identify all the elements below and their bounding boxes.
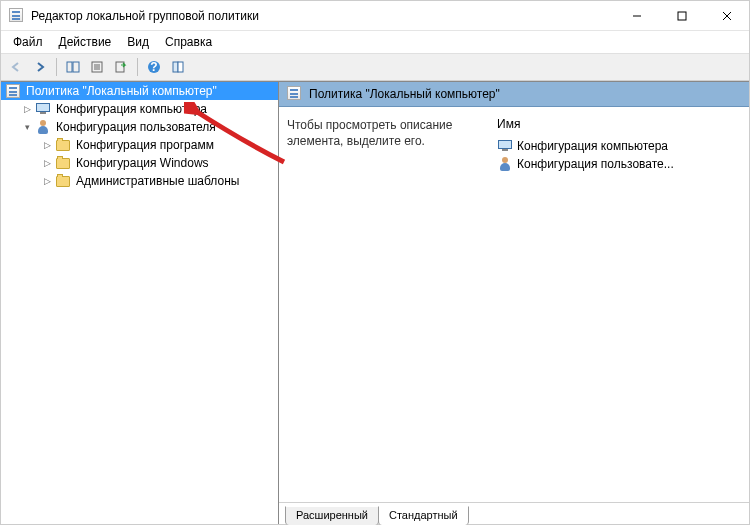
tree-root-policy[interactable]: Политика "Локальный компьютер" — [1, 82, 278, 100]
user-icon — [497, 156, 513, 172]
menu-action[interactable]: Действие — [51, 33, 120, 51]
folder-icon — [55, 137, 71, 153]
properties-button[interactable] — [86, 56, 108, 78]
list-item-computer-config[interactable]: Конфигурация компьютера — [495, 137, 741, 155]
export-button[interactable] — [110, 56, 132, 78]
tree-user-config[interactable]: ▾ Конфигурация пользователя — [1, 118, 278, 136]
svg-rect-1 — [678, 12, 686, 20]
main-body: Чтобы просмотреть описание элемента, выд… — [279, 107, 749, 502]
user-icon — [35, 119, 51, 135]
main-header-title: Политика "Локальный компьютер" — [309, 87, 500, 101]
description-column: Чтобы просмотреть описание элемента, выд… — [287, 117, 487, 502]
nav-forward-button[interactable] — [29, 56, 51, 78]
policy-icon — [287, 86, 303, 102]
tree-pane[interactable]: Политика "Локальный компьютер" ▷ Конфигу… — [1, 82, 279, 524]
gpedit-window: Редактор локальной групповой политики Фа… — [0, 0, 750, 525]
main-pane: Политика "Локальный компьютер" Чтобы про… — [279, 82, 749, 524]
tree-node-label: Административные шаблоны — [74, 173, 241, 189]
nav-back-button[interactable] — [5, 56, 27, 78]
app-icon — [9, 8, 25, 24]
tree-node-label: Конфигурация компьютера — [54, 101, 209, 117]
help-button[interactable]: ? — [143, 56, 165, 78]
svg-rect-5 — [73, 62, 79, 72]
computer-icon — [35, 101, 51, 117]
content-area: Политика "Локальный компьютер" ▷ Конфигу… — [1, 81, 749, 524]
close-button[interactable] — [704, 1, 749, 30]
tab-extended[interactable]: Расширенный — [285, 506, 379, 525]
menu-file[interactable]: Файл — [5, 33, 51, 51]
bottom-tabs: Расширенный Стандартный — [279, 502, 749, 524]
menubar: Файл Действие Вид Справка — [1, 31, 749, 53]
folder-icon — [55, 173, 71, 189]
show-hide-tree-button[interactable] — [62, 56, 84, 78]
tab-standard[interactable]: Стандартный — [378, 506, 469, 525]
tree-node-label: Конфигурация программ — [74, 137, 216, 153]
tree-computer-config[interactable]: ▷ Конфигурация компьютера — [1, 100, 278, 118]
main-header: Политика "Локальный компьютер" — [279, 82, 749, 107]
toolbar-separator — [56, 58, 57, 76]
collapse-icon[interactable]: ▾ — [21, 121, 33, 133]
expand-icon[interactable]: ▷ — [41, 139, 53, 151]
list-item-label: Конфигурация компьютера — [517, 139, 668, 153]
tree-node-label: Конфигурация пользователя — [54, 119, 218, 135]
svg-text:?: ? — [150, 60, 157, 74]
svg-rect-13 — [173, 62, 178, 72]
menu-view[interactable]: Вид — [119, 33, 157, 51]
folder-icon — [55, 155, 71, 171]
description-text: Чтобы просмотреть описание элемента, выд… — [287, 117, 487, 149]
window-title: Редактор локальной групповой политики — [31, 9, 614, 23]
tree-root-label: Политика "Локальный компьютер" — [24, 83, 219, 99]
tree-node-label: Конфигурация Windows — [74, 155, 211, 171]
tree-windows-config[interactable]: ▷ Конфигурация Windows — [1, 154, 278, 172]
minimize-button[interactable] — [614, 1, 659, 30]
list-column: Имя Конфигурация компьютера Конфигурация… — [495, 117, 741, 502]
svg-rect-4 — [67, 62, 72, 72]
tree-admin-templates[interactable]: ▷ Административные шаблоны — [1, 172, 278, 190]
titlebar: Редактор локальной групповой политики — [1, 1, 749, 31]
svg-rect-14 — [178, 62, 183, 72]
list-item-label: Конфигурация пользовате... — [517, 157, 674, 171]
expand-icon[interactable]: ▷ — [21, 103, 33, 115]
maximize-button[interactable] — [659, 1, 704, 30]
toolbar-separator — [137, 58, 138, 76]
window-controls — [614, 1, 749, 30]
computer-icon — [497, 138, 513, 154]
list-column-header[interactable]: Имя — [495, 117, 741, 137]
toolbar: ? — [1, 53, 749, 81]
expand-icon[interactable]: ▷ — [41, 157, 53, 169]
policy-icon — [5, 83, 21, 99]
menu-help[interactable]: Справка — [157, 33, 220, 51]
filter-button[interactable] — [167, 56, 189, 78]
list-item-user-config[interactable]: Конфигурация пользовате... — [495, 155, 741, 173]
tree-software-config[interactable]: ▷ Конфигурация программ — [1, 136, 278, 154]
expand-icon[interactable]: ▷ — [41, 175, 53, 187]
